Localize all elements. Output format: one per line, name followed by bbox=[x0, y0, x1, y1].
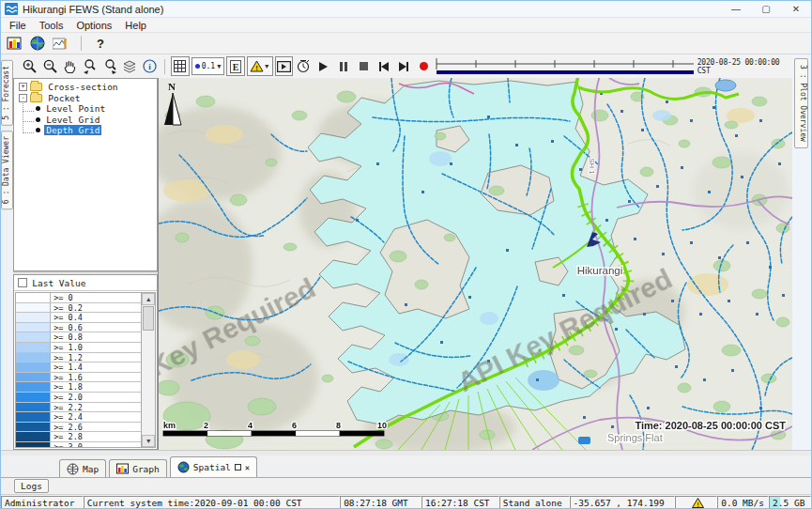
zoom-out-icon[interactable] bbox=[41, 56, 59, 76]
data-viewer-icon[interactable] bbox=[7, 36, 23, 51]
legend-row: >= 0.6 bbox=[16, 323, 155, 333]
warning-dropdown[interactable]: ! ▼ bbox=[247, 56, 273, 76]
legend-swatch bbox=[16, 373, 51, 382]
road-label: SH 1 bbox=[588, 158, 596, 175]
tree-item-level-grid[interactable]: Level Grid bbox=[17, 115, 157, 126]
play-button[interactable] bbox=[314, 56, 332, 76]
scroll-up-icon[interactable]: ▲ bbox=[142, 293, 155, 305]
chevron-down-icon: ▼ bbox=[217, 63, 221, 70]
legend-row: >= 2.2 bbox=[16, 403, 155, 413]
menu-tools[interactable]: Tools bbox=[33, 20, 70, 31]
scroll-down-icon[interactable]: ▼ bbox=[142, 435, 155, 447]
legend-label: >= 0.4 bbox=[51, 313, 155, 322]
grid-toggle-icon[interactable] bbox=[171, 56, 189, 76]
tree-expander[interactable]: + bbox=[19, 83, 27, 91]
menu-options[interactable]: Options bbox=[69, 20, 118, 31]
tab-data-viewer[interactable]: 6 : Data Viewer bbox=[1, 131, 13, 209]
legend-label: >= 2.6 bbox=[51, 423, 155, 432]
logs-button[interactable]: Logs bbox=[14, 479, 49, 493]
close-view-icon[interactable]: ✕ bbox=[245, 463, 250, 472]
legend-row: >= 0.4 bbox=[16, 313, 155, 323]
zoom-next-icon[interactable] bbox=[100, 56, 118, 76]
timeseries-icon[interactable] bbox=[53, 36, 69, 51]
current-datetime: 2020-08-25 00:00:00 CST bbox=[697, 58, 789, 75]
svg-text:km: km bbox=[163, 421, 176, 430]
skip-start-button[interactable] bbox=[375, 56, 392, 76]
tab-plot-overview[interactable]: 3 : Plot Overview bbox=[794, 58, 808, 148]
legend-label: >= 0.8 bbox=[51, 332, 155, 342]
legend-label: >= 2.0 bbox=[51, 393, 155, 402]
legend-swatch bbox=[16, 442, 51, 448]
legend-swatch bbox=[16, 353, 51, 362]
minimize-button[interactable]: — bbox=[721, 1, 751, 17]
legend-swatch bbox=[16, 362, 51, 372]
zoom-previous-icon[interactable] bbox=[81, 56, 99, 76]
last-value-checkbox[interactable] bbox=[18, 278, 27, 287]
menu-file[interactable]: File bbox=[3, 20, 33, 31]
layers-icon[interactable] bbox=[121, 56, 139, 76]
legend-swatch bbox=[16, 432, 51, 441]
tree-item-label: Pocket bbox=[46, 93, 82, 103]
pause-button[interactable] bbox=[335, 56, 353, 76]
main-toolbar: ? bbox=[1, 33, 811, 54]
tree-item-label: Depth Grid bbox=[44, 125, 101, 135]
time-slider[interactable] bbox=[435, 57, 694, 75]
tree-connector bbox=[23, 112, 34, 122]
map-canvas[interactable]: Hikurangi Springs Flat SH 1 API Key Requ… bbox=[159, 78, 792, 450]
zoom-in-icon[interactable] bbox=[21, 56, 38, 76]
close-button[interactable]: ✕ bbox=[781, 1, 811, 17]
contour-threshold-dropdown[interactable]: 0.1 ▼ bbox=[192, 57, 225, 75]
info-icon[interactable]: i bbox=[141, 56, 159, 76]
label-toggle-icon[interactable]: E bbox=[226, 56, 244, 76]
layer-tree: +Cross-section-PocketLevel PointLevel Gr… bbox=[13, 78, 158, 271]
legend-row: >= 2.6 bbox=[16, 423, 155, 433]
skip-end-button[interactable] bbox=[395, 56, 413, 76]
pan-hand-icon[interactable] bbox=[61, 56, 79, 76]
tab-spatial[interactable]: Spatial ✕ bbox=[170, 456, 257, 477]
restore-view-icon[interactable] bbox=[235, 464, 241, 470]
spatial-tab-icon bbox=[177, 461, 190, 473]
legend-panel: Last Value >= 0>= 0.2>= 0.4>= 0.6>= 0.8>… bbox=[13, 274, 158, 450]
folder-icon bbox=[30, 94, 42, 102]
scroll-thumb[interactable] bbox=[143, 306, 154, 331]
status-mode: Stand alone bbox=[499, 496, 570, 509]
legend-label: >= 0.6 bbox=[51, 323, 155, 332]
legend-row: >= 1.2 bbox=[16, 353, 155, 363]
menu-help[interactable]: Help bbox=[118, 20, 153, 31]
town-label: Hikurangi bbox=[577, 265, 623, 276]
tab-map[interactable]: Map bbox=[59, 459, 106, 477]
toolbar-separator bbox=[164, 59, 165, 74]
map-toolbar: i 0.1 ▼ E ! ▼ bbox=[13, 54, 791, 78]
lake bbox=[715, 80, 736, 91]
tree-item-level-point[interactable]: Level Point bbox=[17, 103, 157, 115]
status-system-time: Current system time:2020-09-01 00:00 CST bbox=[84, 496, 340, 509]
legend-label: >= 0 bbox=[51, 293, 155, 302]
svg-text:N: N bbox=[168, 81, 176, 92]
status-download-rate: 0.0 MB/s bbox=[717, 496, 769, 509]
help-button[interactable]: ? bbox=[93, 37, 108, 51]
stop-button[interactable] bbox=[355, 56, 373, 76]
logs-row: Logs bbox=[1, 477, 811, 494]
tab-forecast[interactable]: 5 : Forecast bbox=[1, 60, 13, 126]
flat-label: Springs Flat bbox=[607, 432, 663, 443]
status-warning-cell[interactable]: ! bbox=[675, 496, 717, 509]
layer-panel: +Cross-section-PocketLevel PointLevel Gr… bbox=[13, 78, 158, 450]
tab-graph[interactable]: Graph bbox=[109, 459, 167, 477]
graph-tab-icon bbox=[116, 463, 129, 474]
last-value-label: Last Value bbox=[32, 278, 85, 288]
app-window: Hikurangi FEWS (Stand alone) — ▢ ✕ File … bbox=[0, 0, 812, 509]
pond bbox=[578, 437, 590, 444]
movie-player-icon[interactable] bbox=[275, 56, 293, 76]
record-button[interactable] bbox=[415, 56, 433, 76]
legend-label: >= 2.8 bbox=[51, 432, 155, 441]
chevron-down-icon: ▼ bbox=[264, 63, 270, 69]
legend-scrollbar[interactable]: ▲ ▼ bbox=[141, 293, 155, 447]
spatial-display-icon[interactable] bbox=[30, 36, 45, 51]
tree-item-depth-grid[interactable]: Depth Grid bbox=[17, 125, 157, 136]
map-view[interactable]: Hikurangi Springs Flat SH 1 API Key Requ… bbox=[158, 78, 791, 450]
tree-item-pocket[interactable]: -Pocket bbox=[17, 93, 157, 104]
svg-text:!: ! bbox=[696, 501, 699, 509]
animation-interval-icon[interactable] bbox=[295, 56, 313, 76]
legend-label: >= 0.2 bbox=[51, 303, 155, 313]
maximize-button[interactable]: ▢ bbox=[751, 1, 781, 17]
